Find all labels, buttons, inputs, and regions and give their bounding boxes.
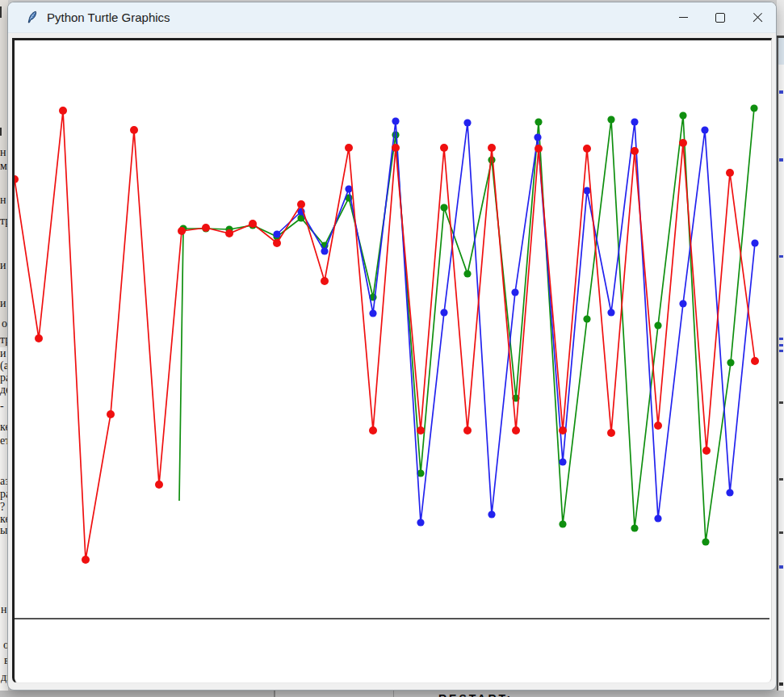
blue-data-point	[583, 187, 590, 194]
document-text-fragment: н	[1, 604, 7, 615]
blue-data-point	[345, 185, 352, 192]
maximize-button[interactable]	[702, 2, 739, 32]
document-text-fragment: ?	[0, 502, 5, 513]
blue-series-line	[277, 121, 755, 523]
green-data-point	[750, 104, 757, 111]
title-bar[interactable]: Python Turtle Graphics	[8, 2, 776, 33]
blue-data-point	[273, 230, 280, 237]
shell-restart-label: RESTART:	[438, 692, 778, 697]
red-data-point	[202, 224, 210, 232]
red-data-point	[345, 144, 353, 152]
blue-data-point	[701, 126, 708, 133]
turtle-canvas[interactable]	[12, 38, 772, 683]
document-text-fragment: н	[0, 195, 6, 206]
window-controls	[665, 2, 776, 32]
background-text-mark	[779, 344, 783, 346]
right-sliver-top	[777, 0, 784, 36]
background-text-mark	[779, 682, 783, 686]
red-data-point	[321, 277, 329, 285]
red-data-point	[726, 169, 734, 177]
green-data-point	[463, 270, 471, 277]
blue-data-point	[559, 458, 566, 465]
maximize-icon	[715, 13, 725, 23]
red-data-point	[583, 145, 591, 153]
green-data-point	[488, 156, 495, 163]
minimize-button[interactable]	[665, 2, 702, 32]
blue-data-point	[511, 288, 518, 296]
background-text-mark	[779, 350, 783, 352]
background-shell-sliver[interactable]: RESTART:	[0, 691, 784, 697]
blue-data-point	[321, 247, 328, 254]
blue-data-point	[369, 309, 376, 317]
shell-sliver-segment	[0, 691, 274, 697]
document-text-fragment: ы	[0, 525, 7, 536]
close-button[interactable]	[739, 2, 776, 32]
red-data-point	[679, 139, 687, 147]
red-data-point	[178, 227, 186, 235]
background-text-mark	[779, 478, 783, 481]
red-data-point	[654, 422, 662, 430]
red-data-point	[417, 426, 425, 435]
blue-data-point	[488, 510, 495, 518]
background-text-mark	[779, 401, 783, 404]
blue-data-point	[440, 309, 447, 316]
green-data-point	[440, 204, 447, 211]
blue-data-point	[534, 133, 541, 141]
green-series	[179, 104, 758, 545]
red-data-point	[273, 239, 281, 247]
document-text-fragment: -	[0, 401, 4, 412]
blue-data-point	[751, 239, 758, 246]
red-data-point	[607, 429, 615, 437]
blue-data-point	[654, 514, 661, 522]
red-data-point	[440, 144, 448, 152]
red-data-point	[751, 357, 759, 365]
red-data-point	[631, 147, 639, 155]
background-text-mark	[779, 255, 783, 258]
red-data-point	[130, 126, 138, 134]
tk-feather-icon	[25, 10, 39, 24]
blue-data-point	[726, 489, 733, 496]
right-sliver-edge	[777, 38, 778, 691]
red-data-point	[488, 144, 496, 152]
green-data-point	[607, 115, 614, 123]
green-data-point	[679, 111, 686, 119]
document-tick-mark	[0, 6, 2, 18]
red-series-line	[15, 111, 755, 560]
background-text-mark	[779, 158, 783, 162]
green-data-point	[654, 321, 661, 329]
blue-data-point	[417, 519, 424, 526]
document-text-fragment: о	[2, 318, 7, 330]
red-data-point	[15, 175, 19, 183]
red-data-point	[249, 220, 257, 228]
red-data-point	[535, 145, 543, 153]
background-text-mark	[779, 531, 783, 534]
green-data-point	[535, 118, 542, 125]
background-window-sliver-right[interactable]	[777, 0, 784, 691]
green-data-point	[583, 315, 590, 322]
shell-sliver-divider	[274, 691, 275, 697]
blue-data-point	[392, 117, 399, 124]
close-icon	[752, 11, 764, 23]
shell-restart-text-clipped: RESTART:	[438, 691, 778, 697]
window-title: Python Turtle Graphics	[47, 10, 170, 24]
blue-data-point	[679, 300, 686, 307]
background-text-mark	[779, 338, 783, 340]
minimize-icon	[679, 17, 688, 18]
blue-data-point	[463, 119, 471, 126]
red-data-point	[155, 481, 163, 489]
red-data-point	[107, 410, 115, 418]
document-tick-mark	[0, 128, 2, 136]
document-text-fragment: н	[0, 147, 6, 158]
turtle-graphics-window: Python Turtle Graphics	[7, 2, 777, 691]
red-data-point	[297, 200, 305, 208]
red-data-point	[82, 556, 90, 564]
blue-data-point	[607, 309, 614, 316]
green-series-line	[179, 108, 754, 542]
green-data-point	[702, 538, 709, 545]
red-data-point	[559, 426, 567, 435]
background-text-mark	[779, 90, 783, 94]
blue-data-point	[631, 118, 638, 125]
red-data-point	[512, 426, 520, 435]
document-text-fragment: и	[0, 260, 6, 271]
red-data-point	[225, 229, 233, 237]
